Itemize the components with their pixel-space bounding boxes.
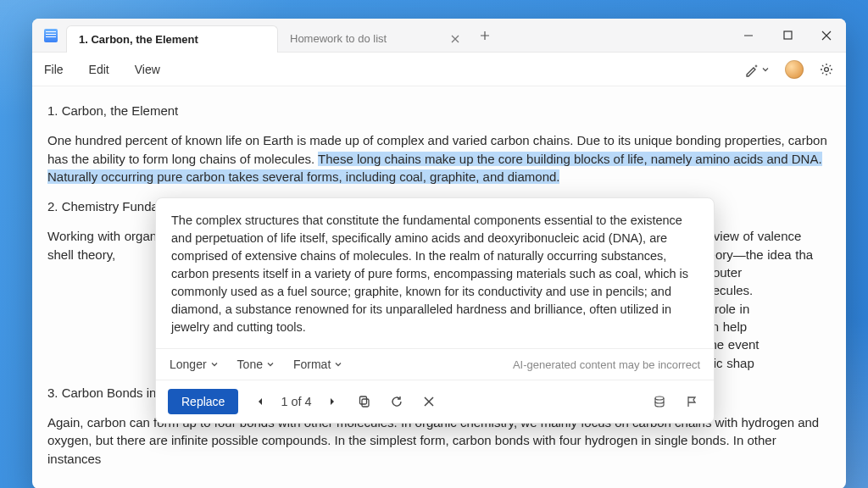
report-button[interactable]	[682, 391, 702, 412]
doc-para-1: One hundred percent of known life on Ear…	[47, 131, 831, 186]
copy-button[interactable]	[354, 391, 375, 412]
rewrite-actions-bar: Replace 1 of 4	[156, 380, 714, 423]
svg-rect-0	[784, 31, 792, 39]
svg-point-1	[825, 67, 829, 71]
suggestion-pager: 1 of 4	[250, 391, 342, 412]
menu-view[interactable]: View	[135, 63, 160, 76]
pen-sparkle-icon	[744, 62, 760, 77]
notepad-app-icon	[44, 29, 58, 42]
chevron-down-icon	[266, 360, 275, 369]
next-suggestion-button[interactable]	[322, 391, 342, 412]
tab-title: 1. Carbon, the Element	[79, 33, 198, 46]
database-icon	[653, 395, 666, 408]
menu-edit[interactable]: Edit	[89, 63, 109, 76]
length-dropdown[interactable]: Longer	[170, 358, 219, 371]
tab-carbon[interactable]: 1. Carbon, the Element	[66, 25, 278, 53]
ai-disclaimer: AI-generated content may be incorrect	[513, 358, 700, 371]
copy-icon	[358, 395, 371, 408]
close-popup-button[interactable]	[419, 391, 439, 412]
svg-point-4	[655, 396, 664, 400]
refresh-icon	[390, 395, 403, 408]
window-controls	[729, 19, 846, 53]
new-tab-button[interactable]	[473, 30, 497, 41]
maximize-button[interactable]	[768, 19, 807, 53]
chevron-down-icon	[761, 65, 770, 74]
triangle-right-icon	[328, 396, 337, 407]
close-window-button[interactable]	[807, 19, 846, 53]
ai-rewrite-popup: The complex structures that constitute t…	[155, 197, 715, 424]
titlebar: 1. Carbon, the Element Homework to do li…	[32, 19, 846, 53]
rewrite-suggestion-text: The complex structures that constitute t…	[156, 198, 714, 349]
close-tab-icon[interactable]	[449, 33, 461, 45]
svg-rect-2	[362, 399, 369, 407]
gear-icon	[819, 62, 834, 77]
copilot-pen-dropdown[interactable]	[744, 62, 770, 77]
tab-homework[interactable]: Homework to do list	[278, 25, 473, 53]
replace-button[interactable]: Replace	[168, 389, 238, 414]
pager-count: 1 of 4	[281, 395, 311, 408]
flag-icon	[685, 395, 698, 408]
minimize-button[interactable]	[729, 19, 768, 53]
triangle-left-icon	[256, 396, 264, 407]
svg-rect-3	[359, 396, 366, 404]
chevron-down-icon	[334, 360, 342, 369]
rewrite-options-bar: Longer Tone Format AI-generated content …	[156, 349, 714, 380]
regenerate-button[interactable]	[387, 391, 407, 412]
close-icon	[423, 396, 435, 408]
format-dropdown[interactable]: Format	[293, 358, 342, 371]
tone-dropdown[interactable]: Tone	[237, 358, 275, 371]
menubar: File Edit View	[32, 53, 846, 86]
doc-heading-1: 1. Carbon, the Element	[47, 102, 831, 119]
chevron-down-icon	[210, 360, 219, 369]
history-button[interactable]	[649, 391, 670, 412]
menu-file[interactable]: File	[44, 63, 64, 76]
prev-suggestion-button[interactable]	[250, 391, 270, 412]
settings-button[interactable]	[819, 62, 834, 77]
user-avatar[interactable]	[785, 60, 804, 79]
tab-title: Homework to do list	[290, 32, 387, 45]
